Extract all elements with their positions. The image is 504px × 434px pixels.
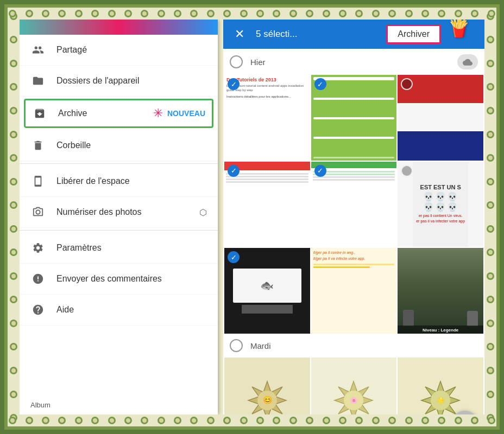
photo-cell-1[interactable]: ✓ Des Tutoriels de 2013 Lorem ipsum tuto… — [224, 75, 310, 161]
selected-check-2: ✓ — [314, 78, 326, 90]
hier-section-header: Hier — [223, 49, 484, 75]
dossiers-label: Dossiers de l'appareil — [56, 76, 207, 86]
svg-text:🌸: 🌸 — [350, 396, 358, 404]
partage-icon — [30, 42, 46, 58]
photo-cell-7[interactable]: ✓ 🐟 — [224, 248, 310, 334]
hier-select-circle[interactable] — [230, 55, 243, 68]
corbeille-label: Corbeille — [56, 141, 207, 150]
sidebar-item-numeriser[interactable]: Numériser des photos ⬡ — [20, 197, 218, 228]
sidebar-item-partage[interactable]: Partagé — [20, 35, 218, 66]
mardi-photo-3[interactable]: 🌟 — [398, 358, 483, 414]
mardi-photo-1[interactable]: 😊 — [224, 358, 310, 414]
photo-thumb-8: Il/ger pa Il contre In ang., Il/ger pa I… — [311, 248, 397, 334]
sidebar-item-dossiers[interactable]: Dossiers de l'appareil — [20, 66, 218, 97]
sidebar-item-archive[interactable]: Archive ✳ NOUVEAU — [24, 99, 213, 128]
parametres-icon — [30, 240, 46, 256]
photo-thumb-9: Niveau : Legende — [398, 248, 483, 334]
liberer-label: Libérer de l'espace — [56, 176, 207, 186]
archiver-button[interactable]: Archiver — [386, 24, 441, 44]
selected-check-1: ✓ — [228, 78, 240, 90]
mardi-photo-2[interactable]: 🌸 — [311, 358, 397, 414]
close-button[interactable]: ✕ — [230, 24, 249, 44]
album-label: Album — [30, 401, 51, 409]
selected-check-5: ✓ — [314, 165, 326, 177]
parametres-label: Paramètres — [56, 243, 207, 253]
photo-cell-8[interactable]: Il/ger pa Il contre In ang., Il/ger pa I… — [311, 248, 397, 334]
unselected-circle-6 — [401, 165, 413, 177]
hier-title: Hier — [250, 58, 457, 67]
sidebar-item-corbeille[interactable]: Corbeille — [20, 130, 218, 161]
photo-cell-5[interactable]: ✓ — [311, 162, 397, 247]
selected-check-4: ✓ — [228, 165, 240, 177]
sidebar-item-parametres[interactable]: Paramètres — [20, 233, 218, 264]
partage-label: Partagé — [56, 45, 207, 55]
aide-label: Aide — [56, 305, 207, 315]
mardi-photo-grid: 😊 🌸 — [223, 358, 484, 414]
commentaires-icon — [30, 271, 46, 286]
mardi-select-circle[interactable] — [230, 339, 243, 352]
photo-cell-6[interactable]: EST EST UN S 💀 💀 💀 💀 💀 💀 er pas ll conti… — [398, 162, 483, 247]
photo-cell-3[interactable] — [398, 75, 483, 161]
photo-cell-2[interactable]: ✓ — [311, 75, 397, 161]
archive-label: Archive — [58, 108, 151, 118]
photos-panel: ✕ 5 sélecti... Archiver 🍟 Hier ✓ — [223, 20, 484, 414]
mardi-title: Mardi — [250, 341, 478, 350]
photos-topbar: ✕ 5 sélecti... Archiver 🍟 — [223, 20, 484, 49]
photo-cell-9[interactable]: Niveau : Legende — [398, 248, 483, 334]
fries-decoration: 🍟 — [445, 20, 478, 49]
sidebar-item-aide[interactable]: Aide — [20, 295, 218, 326]
sidebar-top-band — [20, 20, 218, 35]
svg-text:🌟: 🌟 — [437, 396, 445, 404]
aide-icon — [30, 302, 46, 317]
commentaires-label: Envoyer des commentaires — [56, 274, 207, 284]
external-link-icon: ⬡ — [199, 207, 207, 218]
dossiers-icon — [30, 73, 46, 88]
archive-icon — [32, 106, 47, 121]
numeriser-label: Numériser des photos — [56, 207, 199, 217]
sidebar-item-commentaires[interactable]: Envoyer des commentaires — [20, 264, 218, 295]
cloud-icon[interactable] — [457, 54, 478, 69]
sidebar: Partagé Dossiers de l'appareil Archive ✳… — [20, 20, 218, 414]
numeriser-icon — [30, 205, 46, 220]
snowflake-icon: ✳ — [153, 106, 163, 120]
svg-text:😊: 😊 — [262, 395, 272, 405]
photo-grid-hier: ✓ Des Tutoriels de 2013 Lorem ipsum tuto… — [223, 75, 484, 334]
liberer-icon — [30, 174, 46, 189]
selection-count-text: 5 sélecti... — [256, 29, 386, 40]
photo-cell-4[interactable]: ✓ — [224, 162, 310, 247]
nouveau-badge: NOUVEAU — [167, 109, 205, 118]
sidebar-item-liberer[interactable]: Libérer de l'espace — [20, 166, 218, 197]
corbeille-icon — [30, 138, 46, 153]
mardi-section-header: Mardi — [223, 334, 484, 358]
